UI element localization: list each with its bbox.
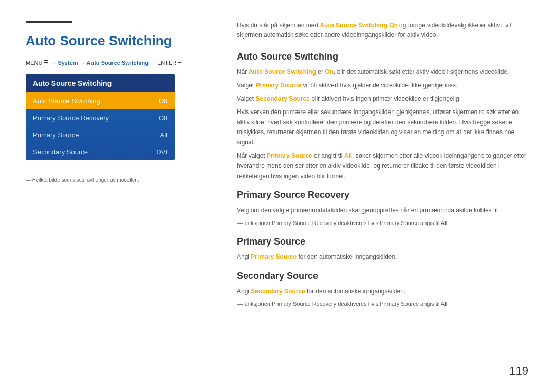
page-title: Auto Source Switching bbox=[26, 33, 206, 49]
section-secondary-source: Secondary Source Angi Secondary Source f… bbox=[237, 271, 529, 309]
section-body: Når valget Primary Source er angitt til … bbox=[237, 151, 529, 181]
osd-item-primary-recovery[interactable]: Primary Source Recovery Off bbox=[26, 109, 175, 126]
top-decorative-line bbox=[26, 21, 206, 23]
osd-item-label: Auto Source Switching bbox=[33, 97, 100, 105]
note-line: Funksjonen Primary Source Recovery deakt… bbox=[237, 219, 529, 228]
section-body: Når Auto Source Switching er On, blir de… bbox=[237, 67, 529, 78]
footnote: — Hvilket bilde som vises, avhenger av m… bbox=[26, 177, 206, 183]
breadcrumb-arrow3: → bbox=[150, 60, 156, 66]
osd-item-label: Primary Source Recovery bbox=[33, 114, 109, 122]
section-body: Valget Primary Source vil bli aktivert h… bbox=[237, 81, 529, 91]
osd-item-primary-source[interactable]: Primary Source All bbox=[26, 126, 175, 143]
section-body: Valget Secondary Source blir aktivert hv… bbox=[237, 94, 529, 104]
breadcrumb-system: System bbox=[58, 60, 78, 66]
breadcrumb-menu-icon: ☰ bbox=[44, 59, 49, 66]
breadcrumb-arrow1: → bbox=[50, 60, 56, 66]
section-primary-recovery: Primary Source Recovery Velg om den valg… bbox=[237, 190, 529, 228]
breadcrumb-enter-icon: ↵ bbox=[178, 59, 182, 66]
breadcrumb: MENU ☰ → System → Auto Source Switching … bbox=[26, 59, 206, 66]
breadcrumb-link: Auto Source Switching bbox=[87, 60, 149, 66]
breadcrumb-arrow2: → bbox=[80, 60, 85, 66]
section-auto-source: Auto Source Switching Når Auto Source Sw… bbox=[237, 51, 529, 181]
right-panel: Hvis du slår på skjermen med Auto Source… bbox=[221, 21, 529, 371]
note-line: Funksjonen Primary Source Recovery deakt… bbox=[237, 300, 529, 309]
osd-box: Auto Source Switching Auto Source Switch… bbox=[26, 74, 175, 160]
osd-item-value: All bbox=[160, 131, 168, 139]
section-primary-source: Primary Source Angi Primary Source for d… bbox=[237, 236, 529, 263]
osd-item-value: Off bbox=[159, 97, 168, 105]
section-body: Velg om den valgte primærinndatakilden s… bbox=[237, 206, 529, 216]
osd-item-secondary-source[interactable]: Secondary Source DVI bbox=[26, 143, 175, 160]
osd-item-value: Off bbox=[159, 114, 168, 122]
osd-item-label: Primary Source bbox=[33, 131, 79, 139]
section-body: Angi Primary Source for den automatiske … bbox=[237, 252, 529, 263]
section-title-secondary: Secondary Source bbox=[237, 271, 529, 282]
osd-header: Auto Source Switching bbox=[26, 74, 175, 92]
intro-text: Hvis du slår på skjermen med Auto Source… bbox=[237, 21, 529, 40]
left-panel: Auto Source Switching MENU ☰ → System → … bbox=[26, 21, 221, 371]
section-body: Angi Secondary Source for den automatisk… bbox=[237, 287, 529, 297]
osd-item-label: Secondary Source bbox=[33, 148, 88, 156]
page-number: 119 bbox=[509, 364, 528, 378]
breadcrumb-enter: ENTER bbox=[157, 60, 176, 66]
section-title-recovery: Primary Source Recovery bbox=[237, 190, 529, 200]
section-title-primary: Primary Source bbox=[237, 236, 529, 247]
section-body: Hvis verken den primære eller sekundære … bbox=[237, 107, 529, 148]
osd-item-value: DVI bbox=[156, 148, 168, 156]
divider bbox=[26, 172, 103, 172]
breadcrumb-menu: MENU bbox=[26, 60, 42, 66]
osd-item-auto-source[interactable]: Auto Source Switching Off bbox=[26, 92, 175, 109]
section-title-auto: Auto Source Switching bbox=[237, 51, 529, 62]
